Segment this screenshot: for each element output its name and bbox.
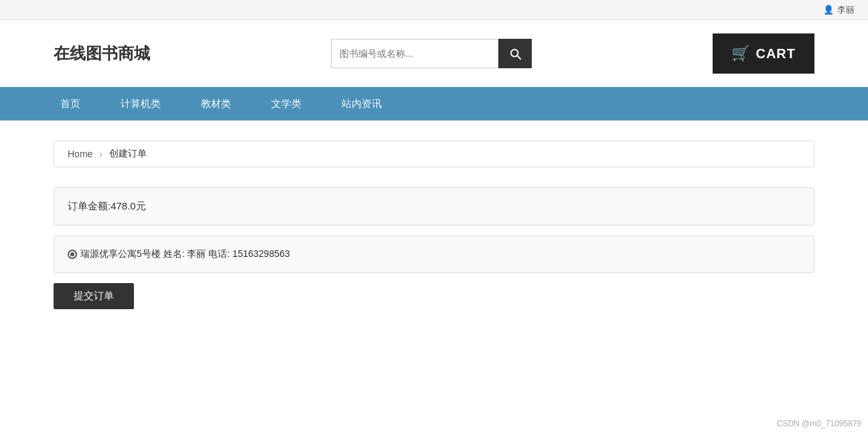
- svg-line-1: [518, 56, 521, 60]
- nav-item-textbook[interactable]: 教材类: [181, 87, 251, 120]
- submit-button[interactable]: 提交订单: [54, 283, 134, 309]
- search-area: [331, 39, 532, 68]
- content-area: 订单金额:478.0元 瑞源优享公寓5号楼 姓名: 李丽 电话: 1516329…: [0, 174, 868, 336]
- address-text: 瑞源优享公寓5号楼 姓名: 李丽 电话: 15163298563: [80, 248, 290, 260]
- nav-item-literature[interactable]: 文学类: [251, 87, 321, 120]
- search-button[interactable]: [498, 39, 532, 68]
- radio-selected-icon: [68, 250, 77, 259]
- cart-icon: 🛒: [731, 45, 750, 62]
- breadcrumb-separator: ›: [99, 149, 102, 159]
- order-amount-label: 订单金额:478.0元: [68, 200, 146, 211]
- header: 在线图书商城 🛒 CART: [0, 20, 868, 87]
- cart-button[interactable]: 🛒 CART: [713, 33, 814, 74]
- address-box[interactable]: 瑞源优享公寓5号楼 姓名: 李丽 电话: 15163298563: [54, 236, 814, 273]
- svg-point-0: [511, 50, 518, 57]
- nav-item-computer[interactable]: 计算机类: [100, 87, 181, 120]
- submit-area: 提交订单: [54, 283, 814, 309]
- navigation: 首页 计算机类 教材类 文学类 站内资讯: [0, 87, 868, 120]
- breadcrumb-current: 创建订单: [109, 148, 147, 160]
- breadcrumb-container: Home › 创建订单: [0, 120, 868, 174]
- nav-item-news[interactable]: 站内资讯: [321, 87, 402, 120]
- order-amount-box: 订单金额:478.0元: [54, 187, 814, 226]
- user-info: 👤 李丽: [823, 4, 855, 16]
- breadcrumb: Home › 创建订单: [54, 141, 814, 167]
- nav-item-home[interactable]: 首页: [40, 87, 100, 120]
- user-icon: 👤: [823, 5, 834, 15]
- search-icon: [509, 48, 521, 60]
- username: 李丽: [837, 4, 855, 16]
- breadcrumb-home[interactable]: Home: [68, 149, 92, 159]
- cart-label: CART: [755, 46, 796, 62]
- search-input[interactable]: [331, 39, 498, 68]
- top-bar: 👤 李丽: [0, 0, 868, 20]
- site-title: 在线图书商城: [54, 43, 150, 64]
